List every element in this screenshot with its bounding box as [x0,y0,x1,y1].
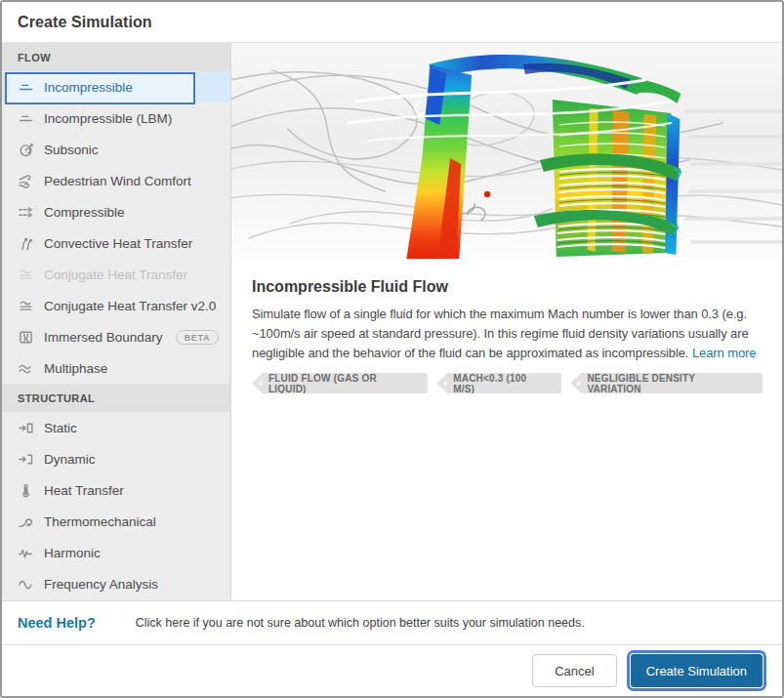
sidebar-item-harmonic[interactable]: Harmonic [2,537,230,568]
layered-heat-icon [18,267,34,283]
sidebar-item-label: Incompressible (LBM) [44,111,172,126]
sidebar-item-convective-heat-transfer[interactable]: Convective Heat Transfer [2,227,230,259]
sidebar-item-incompressible-lbm[interactable]: Incompressible (LBM) [2,103,230,134]
sidebar-item-label: Pedestrian Wind Comfort [44,174,191,188]
help-text: Click here if you are not sure about whi… [136,616,585,630]
thermometer-icon [18,482,34,499]
waveform-icon [18,545,34,561]
sidebar-item-label: Convective Heat Transfer [44,236,192,251]
arrow-to-bracket-icon [18,451,34,468]
flow-lines-icon [18,79,34,96]
section-label: STRUCTURAL [18,392,95,404]
tag-mach: MACH<0.3 (100 M/S) [436,373,561,393]
cancel-button[interactable]: Cancel [532,654,616,687]
beta-badge: BETA [176,330,219,345]
sidebar-item-conjugate-heat-transfer[interactable]: Conjugate Heat Transfer [2,259,230,290]
detail-heading: Incompressible Fluid Flow [252,278,763,296]
create-simulation-dialog: Create Simulation FLOW Incompressible In… [0,0,784,698]
sidebar-item-thermomechanical[interactable]: Thermomechanical [2,506,230,537]
sidebar-item-immersed-boundary[interactable]: Immersed Boundary BETA [2,321,230,352]
sidebar-item-incompressible[interactable]: Incompressible [2,71,230,103]
dialog-body: FLOW Incompressible Incompressible (LBM)… [2,43,782,600]
layered-heat-icon [18,298,34,314]
sidebar-item-label: Conjugate Heat Transfer [44,267,187,282]
sidebar-item-label: Immersed Boundary [44,330,163,345]
sidebar-item-conjugate-heat-transfer-v2[interactable]: Conjugate Heat Transfer v2.0 [2,290,230,321]
sidebar-item-label: Conjugate Heat Transfer v2.0 [44,299,216,313]
section-header-flow: FLOW [2,43,230,71]
section-header-structural: STRUCTURAL [2,384,230,412]
thermo-swirl-icon [18,513,34,530]
need-help-link[interactable]: Need Help? [18,615,96,631]
sine-wave-icon [18,576,34,593]
description-text: Simulate flow of a single fluid for whic… [252,307,749,360]
sidebar-item-label: Multiphase [44,361,107,376]
arrow-to-box-icon [18,420,34,436]
sidebar-item-compressible[interactable]: Compressible [2,196,230,227]
flow-lines-icon [18,110,34,127]
sidebar-item-static[interactable]: Static [2,412,230,443]
dialog-titlebar: Create Simulation [2,2,782,43]
sidebar-item-label: Subsonic [44,143,99,157]
sidebar-item-dynamic[interactable]: Dynamic [2,443,230,474]
sidebar-item-multiphase[interactable]: Multiphase [2,352,230,384]
section-label: FLOW [18,52,51,63]
sidebar-item-pedestrian-wind-comfort[interactable]: Pedestrian Wind Comfort [2,165,230,196]
create-simulation-button[interactable]: Create Simulation [631,654,763,687]
boundary-box-icon [18,329,34,346]
sidebar-item-label: Heat Transfer [44,483,124,498]
simulation-type-sidebar: FLOW Incompressible Incompressible (LBM)… [2,43,231,600]
wind-gust-icon [18,173,34,189]
tag-density: NEGLIGIBLE DENSITY VARIATION [570,373,763,393]
sidebar-item-label: Static [44,421,77,435]
simulation-preview-image [231,43,782,259]
double-wave-icon [18,360,34,377]
dialog-title: Create Simulation [18,14,152,31]
sidebar-item-heat-transfer[interactable]: Heat Transfer [2,474,230,506]
sidebar-item-label: Thermomechanical [44,514,156,529]
sidebar-item-label: Compressible [44,205,125,220]
sidebar-item-subsonic[interactable]: Subsonic [2,134,230,165]
sidebar-item-label: Frequency Analysis [44,577,158,592]
convection-arrows-icon [18,235,34,252]
learn-more-link[interactable]: Learn more [692,346,756,360]
detail-content: Incompressible Fluid Flow Simulate flow … [231,259,782,393]
sidebar-item-label: Dynamic [44,452,96,467]
swirl-fan-icon [18,142,34,158]
tag-list: FLUID FLOW (GAS OR LIQUID) MACH<0.3 (100… [252,373,763,393]
help-row: Need Help? Click here if you are not sur… [2,600,782,644]
sidebar-item-frequency-analysis[interactable]: Frequency Analysis [2,568,230,599]
sidebar-item-label: Incompressible [44,80,133,95]
sidebar-item-label: Harmonic [44,546,101,560]
dialog-footer: Cancel Create Simulation [2,644,782,696]
dashed-arrows-icon [18,204,34,221]
detail-description: Simulate flow of a single fluid for whic… [252,305,763,363]
tag-fluid-flow: FLUID FLOW (GAS OR LIQUID) [252,373,428,393]
cfd-wing-illustration [231,43,782,259]
detail-panel: Incompressible Fluid Flow Simulate flow … [231,43,782,600]
